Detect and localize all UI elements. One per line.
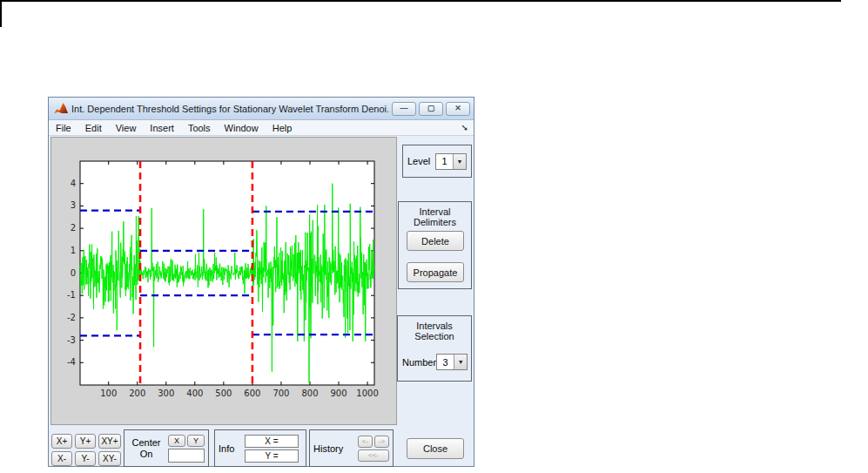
center-y-button[interactable]: Y — [187, 435, 205, 447]
x-tick-label: 100 — [100, 389, 117, 398]
x-tick-label: 600 — [244, 389, 260, 398]
history-back-button[interactable]: <- — [358, 436, 373, 448]
menubar: FileEditViewInsertToolsWindowHelp ➘ — [49, 120, 474, 136]
y-tick-label: -3 — [67, 335, 76, 345]
minimize-button[interactable]: — — [392, 102, 416, 116]
signal-chart[interactable]: 1002003004005006007008009001000-4-3-2-10… — [51, 138, 398, 426]
menu-overflow-arrow-icon[interactable]: ➘ — [461, 123, 468, 132]
interval-delimiters-group: Interval Delimiters Delete Propagate — [398, 201, 472, 289]
number-dropdown[interactable]: 3 ▼ — [436, 354, 468, 370]
plot-panel: 1002003004005006007008009001000-4-3-2-10… — [50, 137, 397, 425]
center-on-panel: Center On X Y — [124, 429, 209, 467]
y-tick-label: 4 — [71, 179, 76, 188]
x-tick-label: 200 — [129, 389, 145, 398]
intervals-selection-title: Intervals Selection — [398, 316, 471, 341]
close-window-button[interactable]: ✕ — [446, 102, 470, 116]
app-window: Int. Dependent Threshold Settings for St… — [48, 97, 474, 467]
page: Int. Dependent Threshold Settings for St… — [0, 0, 868, 473]
menu-items: FileEditViewInsertToolsWindowHelp — [49, 122, 299, 134]
x-tick-label: 500 — [215, 389, 232, 398]
y-tick-label: 2 — [71, 223, 76, 233]
menu-view[interactable]: View — [109, 122, 144, 134]
center-on-label-line2: On — [140, 449, 153, 459]
number-value: 3 — [437, 357, 454, 368]
interval-delimiters-title: Interval Delimiters — [399, 202, 471, 227]
x-tick-label: 900 — [330, 389, 347, 398]
center-x-button[interactable]: X — [168, 435, 185, 447]
y-tick-label: 0 — [71, 268, 76, 278]
x-tick-label: 300 — [158, 389, 174, 398]
delete-button[interactable]: Delete — [407, 231, 464, 251]
menu-help[interactable]: Help — [266, 122, 299, 134]
menu-window[interactable]: Window — [218, 122, 266, 134]
level-value: 1 — [436, 156, 453, 166]
info-y-field: Y = — [245, 449, 299, 463]
history-back-all-button[interactable]: <<- — [358, 449, 389, 462]
menu-edit[interactable]: Edit — [78, 122, 109, 134]
page-frame-left — [0, 0, 2, 27]
page-frame-top — [0, 0, 841, 2]
intervals-selection-group: Intervals Selection Number 3 ▼ — [397, 315, 472, 382]
zoom-button-xyplus[interactable]: XY+ — [98, 434, 121, 449]
zoom-button-yminus[interactable]: Y- — [75, 451, 96, 466]
propagate-button[interactable]: Propagate — [407, 262, 464, 282]
info-x-field: X = — [245, 435, 299, 448]
level-dropdown[interactable]: 1 ▼ — [435, 153, 467, 170]
matlab-logo-icon — [54, 103, 68, 114]
x-tick-label: 1000 — [356, 389, 378, 398]
y-tick-label: -1 — [67, 290, 76, 300]
window-title: Int. Dependent Threshold Settings for St… — [71, 104, 388, 114]
menu-file[interactable]: File — [49, 122, 78, 134]
x-tick-label: 700 — [273, 389, 289, 398]
history-panel: History <- -> <<- — [309, 429, 394, 467]
history-forward-button[interactable]: -> — [374, 436, 389, 448]
menu-tools[interactable]: Tools — [181, 122, 218, 134]
x-tick-label: 400 — [186, 389, 203, 398]
close-dialog-button[interactable]: Close — [407, 438, 464, 459]
number-label: Number — [402, 357, 436, 368]
zoom-button-xminus[interactable]: X- — [51, 451, 72, 466]
zoom-button-xyminus[interactable]: XY- — [98, 451, 121, 466]
zoom-buttons-group: X+Y+XY+X-Y-XY- — [51, 434, 121, 466]
info-panel: Info X = Y = — [214, 429, 306, 467]
chevron-down-icon[interactable]: ▼ — [453, 154, 466, 169]
level-group: Level 1 ▼ — [402, 145, 472, 178]
y-tick-label: 3 — [71, 200, 76, 210]
chevron-down-icon[interactable]: ▼ — [454, 355, 467, 369]
maximize-button[interactable]: ▢ — [419, 102, 443, 116]
center-on-controls: X Y — [168, 435, 205, 463]
window-controls: — ▢ ✕ — [392, 102, 470, 116]
y-tick-label: -2 — [67, 313, 76, 322]
history-label: History — [313, 443, 358, 454]
center-on-label-line1: Center — [131, 437, 160, 448]
zoom-button-yplus[interactable]: Y+ — [75, 434, 96, 449]
window-content: 1002003004005006007008009001000-4-3-2-10… — [49, 136, 474, 466]
level-label: Level — [407, 156, 430, 166]
menu-insert[interactable]: Insert — [143, 122, 181, 134]
titlebar[interactable]: Int. Dependent Threshold Settings for St… — [49, 98, 474, 120]
y-tick-label: 1 — [71, 246, 76, 255]
center-on-input[interactable] — [168, 449, 205, 463]
y-tick-label: -4 — [67, 357, 76, 367]
center-on-label: Center On — [128, 437, 165, 460]
x-tick-label: 800 — [301, 389, 318, 398]
zoom-button-xplus[interactable]: X+ — [51, 434, 72, 449]
number-row: Number 3 ▼ — [398, 354, 471, 370]
info-label: Info — [219, 443, 245, 454]
